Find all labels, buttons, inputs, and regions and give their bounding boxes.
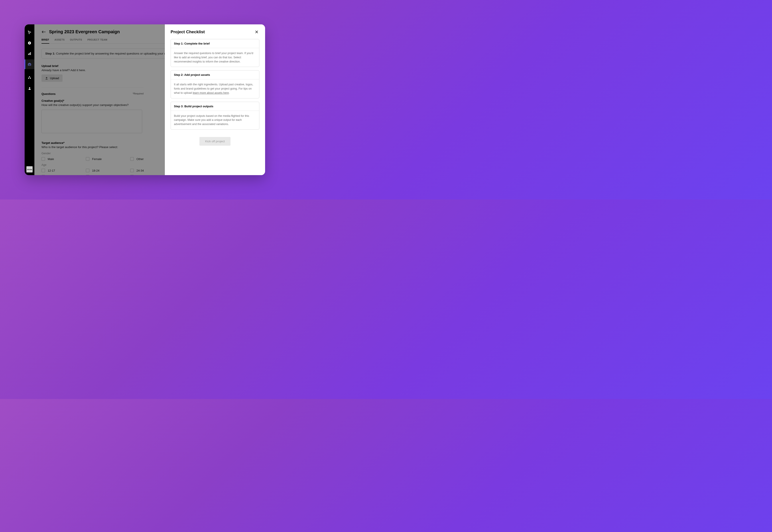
kickoff-wrap: Kick off project: [170, 137, 259, 146]
add-icon: [28, 41, 31, 45]
checkbox-age-24-34[interactable]: 24-34: [130, 169, 150, 172]
upload-button-label: Upload: [50, 76, 59, 80]
user-icon: [28, 87, 31, 90]
step2-post: .: [229, 91, 230, 94]
questions-heading: Questions: [41, 92, 56, 96]
checklist-step-title: Step 2: Add project assets: [171, 70, 259, 79]
close-button[interactable]: [254, 29, 259, 35]
questions-header: Questions *Required: [41, 92, 143, 96]
upload-icon: [45, 77, 48, 80]
sidebar-item-add[interactable]: [25, 38, 34, 48]
checkbox-label: Male: [48, 157, 54, 161]
briefcase-icon: [28, 63, 31, 66]
checkbox-box[interactable]: [86, 169, 89, 172]
team-icon: [28, 76, 31, 79]
app-window: siesta Spring 2023 Evergreen Campaign BR…: [25, 24, 265, 175]
arrow-left-icon: [41, 30, 46, 33]
creative-textarea[interactable]: [41, 110, 142, 133]
checklist-step-body: Answer the required questions to brief y…: [171, 48, 259, 67]
sidebar-item-analytics[interactable]: [25, 49, 34, 59]
checkbox-box[interactable]: [41, 169, 45, 172]
upload-button[interactable]: Upload: [41, 74, 63, 82]
checkbox-box[interactable]: [86, 157, 89, 161]
sidebar-item-projects[interactable]: [25, 59, 34, 69]
svg-rect-3: [30, 52, 31, 55]
checkbox-label: 18-24: [92, 169, 99, 172]
checklist-step-title: Step 1: Complete the brief: [171, 39, 259, 48]
tab-assets[interactable]: ASSETS: [55, 38, 65, 43]
checklist-step-3: Step 3: Build project outputs Build your…: [170, 102, 259, 130]
drawer-title: Project Checklist: [170, 29, 205, 34]
checkbox-label: 55-64: [136, 175, 144, 175]
checkbox-label: Other: [136, 157, 144, 161]
svg-point-5: [29, 76, 30, 77]
close-icon: [255, 30, 259, 34]
checkbox-label: Female: [92, 157, 102, 161]
checkbox-label: 35-44: [48, 175, 55, 175]
banner-text: Complete the project brief by answering …: [56, 52, 177, 55]
analytics-icon: [28, 52, 31, 55]
tab-brief[interactable]: BRIEF: [41, 38, 49, 44]
checkbox-label: 24-34: [136, 169, 144, 172]
checkbox-label: 45-54: [92, 175, 99, 175]
banner-prefix: Step 1:: [45, 52, 55, 55]
checkbox-female[interactable]: Female: [86, 157, 106, 161]
sidebar-item-cursor[interactable]: [25, 27, 34, 37]
sidebar-item-user[interactable]: [25, 83, 34, 93]
cursor-icon: [27, 30, 31, 34]
required-label: *Required: [133, 92, 143, 96]
checkbox-age-18-24[interactable]: 18-24: [86, 169, 106, 172]
svg-rect-1: [28, 54, 29, 55]
sidebar-item-team[interactable]: [25, 73, 34, 82]
sidebar: siesta: [25, 24, 34, 175]
assets-link[interactable]: learn more about assets here: [193, 91, 229, 94]
svg-rect-4: [28, 64, 31, 65]
checklist-step-body: Build your project outputs based on the …: [171, 111, 259, 129]
checklist-step-title: Step 3: Build project outputs: [171, 102, 259, 111]
svg-point-6: [28, 78, 29, 79]
tab-project-team[interactable]: PROJECT TEAM: [87, 38, 107, 43]
checkbox-label: 12-17: [48, 169, 55, 172]
back-button[interactable]: [41, 30, 46, 33]
checkbox-box[interactable]: [41, 157, 45, 161]
checkbox-other[interactable]: Other: [130, 157, 150, 161]
svg-point-8: [29, 87, 30, 88]
checkbox-box[interactable]: [130, 157, 134, 161]
page-title: Spring 2023 Evergreen Campaign: [49, 29, 120, 34]
svg-rect-2: [29, 53, 30, 55]
checklist-step-1: Step 1: Complete the brief Answer the re…: [170, 39, 259, 67]
drawer-header: Project Checklist: [170, 29, 259, 35]
brand-badge: siesta: [26, 166, 33, 172]
svg-point-7: [30, 78, 31, 79]
checkbox-age-12-17[interactable]: 12-17: [41, 169, 61, 172]
checklist-step-body: It all starts with the right ingredients…: [171, 79, 259, 98]
checklist-step-2: Step 2: Add project assets It all starts…: [170, 70, 259, 98]
checkbox-male[interactable]: Male: [41, 157, 61, 161]
tab-outputs[interactable]: OUTPUTS: [70, 38, 82, 43]
project-checklist-drawer: Project Checklist Step 1: Complete the b…: [165, 24, 265, 175]
checkbox-box[interactable]: [130, 169, 134, 172]
kickoff-button[interactable]: Kick off project: [200, 137, 231, 146]
